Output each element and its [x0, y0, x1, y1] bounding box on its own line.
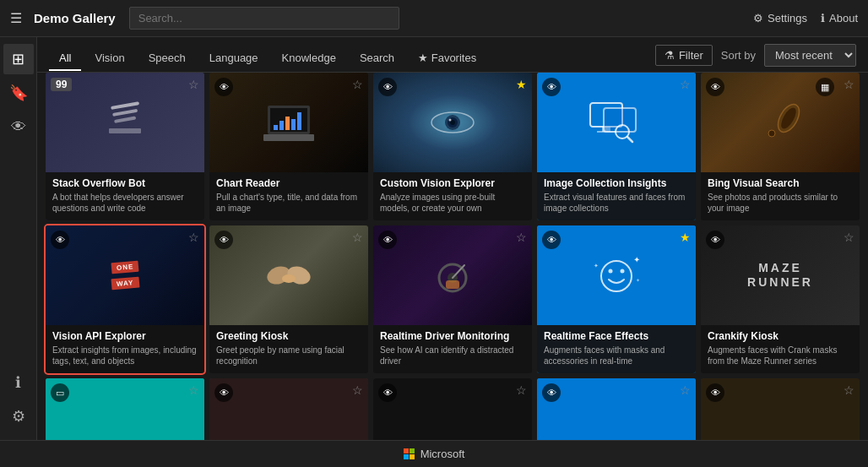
- card-favorite-btn[interactable]: ★: [680, 231, 691, 244]
- card-stack-overflow-bot[interactable]: 99 ☆ Stack Overflow Bot A bot that helps…: [46, 73, 204, 220]
- card-thumbnail: [373, 225, 532, 325]
- svg-text:✦: ✦: [633, 255, 640, 264]
- svg-point-28: [282, 274, 296, 283]
- eye-icon: 👁: [383, 388, 393, 398]
- settings-button[interactable]: ⚙ Settings: [753, 12, 807, 24]
- ms-square-blue: [404, 454, 409, 459]
- card-thumbnail: [701, 378, 860, 440]
- main-layout: ⊞ 🔖 👁 ℹ ⚙ All Vision Speech Language Kno…: [0, 37, 868, 440]
- card-favorite-btn[interactable]: ☆: [352, 231, 363, 244]
- tab-favorites[interactable]: ★ Favorites: [408, 46, 486, 71]
- svg-rect-2: [114, 116, 136, 122]
- card-eye-badge: 👁: [542, 383, 561, 402]
- ms-square-red: [404, 448, 409, 453]
- svg-rect-10: [297, 112, 301, 130]
- card-bottom-2[interactable]: 👁 ☆: [209, 378, 368, 440]
- card-monitor-badge: ▭: [51, 383, 69, 402]
- eye-icon: 👁: [383, 82, 393, 92]
- card-title: Greeting Kiosk: [216, 330, 361, 342]
- card-bing-visual-search[interactable]: 👁 ▦ ☆ Bing Visual Search See photos and …: [701, 73, 860, 220]
- card-favorite-btn[interactable]: ☆: [188, 231, 199, 244]
- card-desc: Augments faces with masks and accessorie…: [544, 345, 689, 367]
- card-crankify-kiosk[interactable]: MAZERUNNER 👁 ☆ Crankify Kiosk Augments f…: [701, 225, 860, 373]
- card-bottom-3[interactable]: 👁 ☆: [373, 378, 532, 440]
- card-chart-reader[interactable]: 👁 ☆ Chart Reader Pull a chart's type, ti…: [209, 73, 368, 220]
- card-thumbnail: [537, 73, 696, 172]
- sidebar-item-settings[interactable]: ⚙: [3, 401, 34, 432]
- card-title: Realtime Driver Monitoring: [380, 330, 525, 342]
- card-image-collection-insights[interactable]: 👁 ☆ Image Collection Insights Extract vi…: [537, 73, 696, 220]
- card-favorite-btn[interactable]: ☆: [516, 383, 527, 397]
- card-info: Vision API Explorer Extract insights fro…: [46, 325, 204, 373]
- tab-search[interactable]: Search: [350, 46, 404, 71]
- card-realtime-driver-monitoring[interactable]: 👁 ☆ Realtime Driver Monitoring See how A…: [373, 225, 532, 373]
- nav-tabs: All Vision Speech Language Knowledge Sea…: [37, 37, 868, 73]
- tab-language[interactable]: Language: [199, 46, 269, 71]
- header: ☰ Demo Gallery ⚙ Settings ℹ About: [0, 0, 868, 37]
- card-favorite-btn[interactable]: ★: [516, 78, 527, 91]
- card-thumbnail: [209, 378, 368, 440]
- sidebar-item-info[interactable]: ℹ: [3, 367, 34, 398]
- sidebar-item-vision[interactable]: 👁: [3, 111, 34, 142]
- card-favorite-btn[interactable]: ☆: [352, 78, 363, 91]
- ms-square-green: [410, 448, 415, 453]
- card-favorite-btn[interactable]: ☆: [352, 383, 363, 397]
- tab-all[interactable]: All: [49, 46, 81, 71]
- card-title: Chart Reader: [216, 177, 361, 189]
- svg-rect-8: [285, 117, 290, 130]
- filter-button[interactable]: ⚗ Filter: [655, 45, 713, 66]
- card-bottom-4[interactable]: 👁 ☆: [537, 378, 696, 440]
- card-info: Custom Vision Explorer Analyze images us…: [373, 172, 532, 220]
- filter-icon: ⚗: [665, 49, 675, 62]
- card-vision-api-explorer[interactable]: ONE WAY 👁 ☆ Vision API Explorer Extract …: [46, 225, 204, 373]
- card-favorite-btn[interactable]: ☆: [516, 231, 527, 244]
- svg-rect-6: [274, 125, 278, 130]
- stack-icon: [104, 98, 146, 148]
- card-favorite-btn[interactable]: ☆: [680, 78, 691, 91]
- card-eye-badge: 👁: [378, 231, 397, 249]
- card-realtime-face-effects[interactable]: ✦ ✦ ✦ 👁 ★ Realtime Face Effects Augments…: [537, 225, 696, 373]
- card-thumbnail: [373, 378, 532, 440]
- tab-vision[interactable]: Vision: [84, 46, 134, 71]
- search-input[interactable]: [129, 7, 399, 30]
- card-thumbnail: ✦ ✦ ✦: [537, 225, 696, 325]
- card-favorite-btn[interactable]: ☆: [680, 383, 691, 397]
- card-info: Chart Reader Pull a chart's type, title,…: [209, 172, 368, 220]
- about-button[interactable]: ℹ About: [821, 12, 858, 24]
- svg-rect-11: [263, 134, 314, 141]
- sidebar-item-gallery[interactable]: ⊞: [3, 44, 34, 74]
- tab-speech[interactable]: Speech: [138, 46, 196, 71]
- svg-point-16: [448, 119, 451, 122]
- card-thumbnail: [209, 73, 368, 172]
- sidebar-item-bookmark[interactable]: 🔖: [3, 78, 34, 108]
- card-desc: Greet people by name using facial recogn…: [216, 345, 361, 367]
- app-title: Demo Gallery: [34, 11, 116, 25]
- card-thumbnail: [209, 225, 368, 325]
- eye-icon: 👁: [711, 82, 720, 92]
- card-eye-badge: 👁: [706, 231, 724, 249]
- tab-knowledge[interactable]: Knowledge: [272, 46, 346, 71]
- card-desc: Analyze images using pre-built models, o…: [380, 192, 525, 214]
- card-favorite-btn[interactable]: ☆: [188, 383, 199, 397]
- svg-point-33: [601, 261, 632, 291]
- card-bottom-1[interactable]: ▭ ☆: [46, 378, 204, 440]
- ms-square-yellow: [410, 454, 415, 459]
- hamburger-icon[interactable]: ☰: [10, 10, 22, 26]
- card-info: Realtime Face Effects Augments faces wit…: [537, 325, 696, 373]
- card-bottom-5[interactable]: 👁 ☆: [701, 378, 860, 440]
- card-favorite-btn[interactable]: ☆: [844, 231, 854, 244]
- card-eye-badge: 👁: [542, 231, 561, 249]
- card-info: Greeting Kiosk Greet people by name usin…: [209, 325, 368, 373]
- card-custom-vision-explorer[interactable]: 👁 ★ Custom Vision Explorer Analyze image…: [373, 73, 532, 220]
- card-greeting-kiosk[interactable]: 👁 ☆ Greeting Kiosk Greet people by name …: [209, 225, 368, 373]
- sort-select[interactable]: Most recent Alphabetical: [764, 44, 856, 67]
- svg-text:✦: ✦: [636, 278, 640, 283]
- card-eye-badge: 👁: [542, 78, 561, 96]
- svg-text:✦: ✦: [594, 263, 599, 269]
- eye-icon: 👁: [547, 82, 556, 92]
- card-thumbnail: [537, 378, 696, 440]
- card-eye-badge: 👁: [214, 383, 233, 402]
- card-favorite-btn[interactable]: ☆: [188, 78, 199, 91]
- card-favorite-btn[interactable]: ☆: [844, 78, 854, 91]
- card-favorite-btn[interactable]: ☆: [844, 383, 854, 397]
